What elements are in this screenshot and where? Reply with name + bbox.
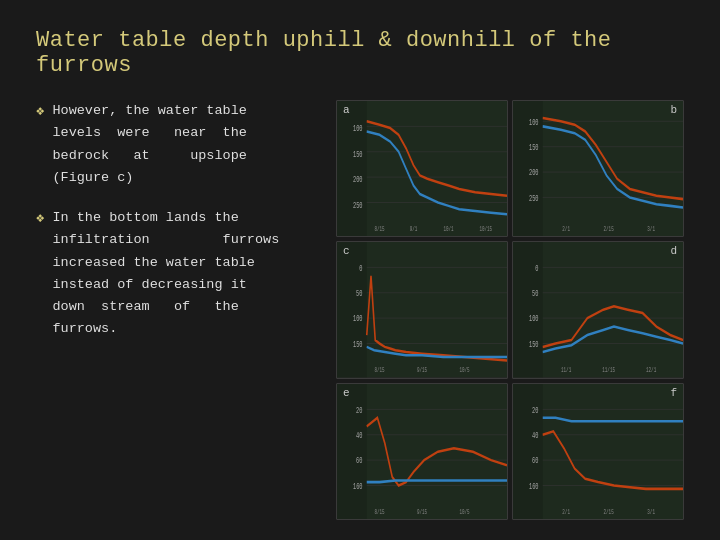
svg-text:250: 250 bbox=[529, 194, 539, 204]
svg-text:0: 0 bbox=[535, 264, 538, 274]
chart-f: f 20 40 60 160 2/1 2/ bbox=[512, 383, 684, 520]
svg-text:150: 150 bbox=[353, 340, 363, 350]
svg-text:20: 20 bbox=[532, 405, 538, 415]
chart-b: b 100 150 200 250 2/1 bbox=[512, 100, 684, 237]
svg-text:8/15: 8/15 bbox=[374, 225, 385, 233]
chart-e: e 20 40 60 160 8/15 9 bbox=[336, 383, 508, 520]
svg-text:20: 20 bbox=[356, 405, 362, 415]
bullet-diamond-1: ❖ bbox=[36, 102, 44, 119]
bullet-text-2: In the bottom lands theinfiltration furr… bbox=[52, 207, 279, 341]
svg-text:9/1: 9/1 bbox=[410, 225, 418, 233]
svg-text:150: 150 bbox=[353, 150, 363, 160]
svg-rect-1 bbox=[337, 101, 367, 236]
svg-text:100: 100 bbox=[353, 315, 363, 325]
svg-text:40: 40 bbox=[356, 431, 362, 441]
bullet-item-1: ❖ However, the water tablelevels were ne… bbox=[36, 100, 326, 189]
content-area: ❖ However, the water tablelevels were ne… bbox=[36, 100, 684, 520]
svg-text:50: 50 bbox=[532, 289, 538, 299]
svg-text:100: 100 bbox=[353, 124, 363, 134]
svg-text:11/15: 11/15 bbox=[602, 367, 615, 375]
svg-text:200: 200 bbox=[529, 168, 539, 178]
svg-text:100: 100 bbox=[529, 117, 539, 127]
svg-text:160: 160 bbox=[353, 481, 363, 491]
text-column: ❖ However, the water tablelevels were ne… bbox=[36, 100, 326, 520]
svg-text:2/1: 2/1 bbox=[562, 508, 570, 516]
svg-text:60: 60 bbox=[532, 456, 538, 466]
svg-text:10/1: 10/1 bbox=[443, 225, 454, 233]
svg-text:50: 50 bbox=[356, 289, 362, 299]
chart-c: c 0 50 100 150 8/15 9 bbox=[336, 241, 508, 378]
svg-text:200: 200 bbox=[353, 175, 363, 185]
svg-text:12/1: 12/1 bbox=[646, 367, 657, 375]
svg-rect-41 bbox=[513, 242, 543, 377]
svg-text:10/5: 10/5 bbox=[459, 367, 470, 375]
chart-c-label: c bbox=[343, 245, 350, 257]
chart-e-label: e bbox=[343, 387, 350, 399]
svg-text:150: 150 bbox=[529, 340, 539, 350]
chart-d: d 0 50 100 150 11/1 1 bbox=[512, 241, 684, 378]
svg-text:100: 100 bbox=[529, 315, 539, 325]
svg-text:60: 60 bbox=[356, 456, 362, 466]
svg-text:3/1: 3/1 bbox=[647, 508, 655, 516]
svg-rect-54 bbox=[337, 384, 367, 519]
chart-d-label: d bbox=[670, 245, 677, 257]
svg-text:9/15: 9/15 bbox=[417, 508, 428, 516]
svg-text:250: 250 bbox=[353, 200, 363, 210]
svg-text:3/1: 3/1 bbox=[647, 225, 655, 233]
svg-text:11/1: 11/1 bbox=[561, 367, 572, 375]
svg-text:150: 150 bbox=[529, 143, 539, 153]
svg-text:40: 40 bbox=[532, 431, 538, 441]
bullet-text-1: However, the water tablelevels were near… bbox=[52, 100, 246, 189]
svg-text:2/15: 2/15 bbox=[604, 225, 615, 233]
chart-f-label: f bbox=[670, 387, 677, 399]
svg-rect-28 bbox=[337, 242, 367, 377]
svg-text:8/15: 8/15 bbox=[374, 508, 385, 516]
svg-text:8/15: 8/15 bbox=[374, 367, 385, 375]
svg-text:2/15: 2/15 bbox=[604, 508, 615, 516]
svg-text:10/5: 10/5 bbox=[459, 508, 470, 516]
svg-text:2/1: 2/1 bbox=[562, 225, 570, 233]
svg-text:160: 160 bbox=[529, 481, 539, 491]
svg-text:0: 0 bbox=[359, 264, 362, 274]
slide-title: Water table depth uphill & downhill of t… bbox=[36, 28, 684, 78]
svg-text:9/15: 9/15 bbox=[417, 367, 428, 375]
charts-column: a 100 150 200 250 bbox=[336, 100, 684, 520]
svg-rect-67 bbox=[513, 384, 543, 519]
chart-b-label: b bbox=[670, 104, 677, 116]
slide: Water table depth uphill & downhill of t… bbox=[0, 0, 720, 540]
bullet-diamond-2: ❖ bbox=[36, 209, 44, 226]
bullet-item-2: ❖ In the bottom lands theinfiltration fu… bbox=[36, 207, 326, 341]
chart-a: a 100 150 200 250 bbox=[336, 100, 508, 237]
svg-text:10/15: 10/15 bbox=[479, 225, 492, 233]
chart-a-label: a bbox=[343, 104, 350, 116]
